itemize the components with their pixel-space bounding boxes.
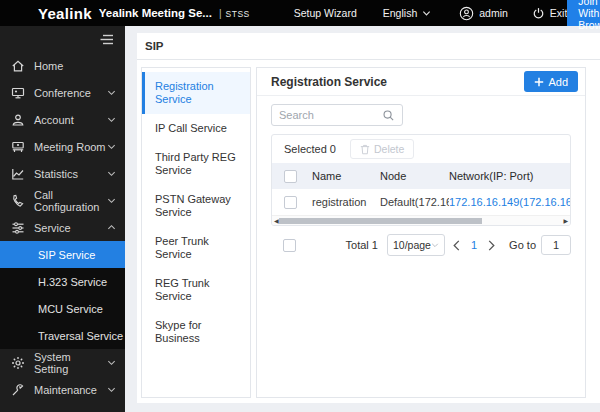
previous-page-button[interactable]: [452, 240, 461, 251]
sidebar-item-h323-service[interactable]: H.323 Service: [0, 268, 125, 295]
selected-count-label: Selected 0: [284, 143, 336, 155]
total-count-label: Total 1: [346, 239, 378, 251]
statistics-icon: [11, 167, 25, 181]
chevron-down-icon: [422, 9, 431, 18]
scroll-left-arrow-icon[interactable]: ◀: [274, 216, 279, 226]
chevron-down-icon: [431, 241, 439, 249]
sidebar-item-traversal-service[interactable]: Traversal Service: [0, 322, 125, 349]
sidebar-item-statistics[interactable]: Statistics: [0, 160, 125, 187]
search-input[interactable]: [279, 109, 382, 121]
chevron-down-icon: [107, 88, 116, 97]
pagination-bar: Total 1 10/page 1: [271, 234, 571, 256]
cell-name: registration: [312, 196, 380, 208]
user-menu[interactable]: admin: [459, 6, 508, 21]
table-header-row: Name Node Network(IP: Port): [272, 163, 570, 189]
chevron-down-icon: [107, 385, 116, 394]
registration-table: Selected 0 Delete Name Node Network(IP: …: [271, 134, 571, 226]
search-box: [271, 104, 403, 126]
subnav-item-pstn-gateway-service[interactable]: PSTN Gateway Service: [142, 185, 250, 227]
product-title: Yealink Meeting Se...: [99, 7, 212, 19]
search-icon[interactable]: [382, 109, 395, 122]
top-bar: Yealink Yealink Meeting Se... | STSS Set…: [0, 0, 600, 26]
panel-title: Registration Service: [271, 75, 524, 89]
sidebar-item-conference[interactable]: Conference: [0, 79, 125, 106]
column-header-name: Name: [312, 170, 380, 182]
sip-subnav: Registration Service IP Call Service Thi…: [141, 67, 251, 398]
user-avatar-icon: [459, 6, 474, 21]
account-icon: [11, 113, 25, 127]
current-page-number[interactable]: 1: [471, 239, 477, 251]
subnav-item-reg-trunk-service[interactable]: REG Trunk Service: [142, 269, 250, 311]
scrollbar-thumb[interactable]: [279, 218, 482, 224]
content-container: Registration Service IP Call Service Thi…: [137, 60, 600, 403]
pagination-select-all-checkbox[interactable]: [283, 239, 296, 252]
trash-icon: [360, 144, 370, 155]
table-row: registration Default(172.16 172.16.16.14…: [272, 189, 570, 215]
chevron-down-icon: [107, 169, 116, 178]
sidebar: Home Conference Account Meeting Room Sta…: [0, 26, 125, 412]
cell-node: Default(172.16: [380, 196, 449, 208]
sidebar-item-maintenance[interactable]: Maintenance: [0, 376, 125, 403]
subnav-item-ip-call-service[interactable]: IP Call Service: [142, 114, 250, 143]
subnav-item-third-party-reg-service[interactable]: Third Party REG Service: [142, 143, 250, 185]
cell-network-link[interactable]: 172.16.16.149(172.16.16.149:506: [449, 196, 570, 208]
sidebar-item-meeting-room[interactable]: Meeting Room: [0, 133, 125, 160]
sidebar-item-service[interactable]: Service: [0, 214, 125, 241]
meeting-room-icon: [11, 140, 25, 154]
column-header-network: Network(IP: Port): [449, 170, 570, 182]
chevron-down-icon: [107, 358, 116, 367]
add-button[interactable]: Add: [524, 71, 578, 92]
sidebar-item-call-configuration[interactable]: Call Configuration: [0, 187, 125, 214]
username-label: admin: [479, 7, 508, 19]
add-button-label: Add: [548, 76, 568, 88]
delete-button-label: Delete: [374, 143, 404, 155]
column-header-node: Node: [380, 170, 449, 182]
sidebar-item-account[interactable]: Account: [0, 106, 125, 133]
exit-button[interactable]: Exit: [532, 7, 568, 20]
service-icon: [11, 221, 25, 235]
environment-tag: | STSS: [219, 8, 250, 19]
home-icon: [11, 59, 25, 73]
delete-button[interactable]: Delete: [350, 139, 414, 159]
system-setting-icon: [11, 356, 25, 370]
service-submenu: SIP Service H.323 Service MCU Service Tr…: [0, 241, 125, 349]
goto-label: Go to: [509, 239, 536, 251]
power-icon: [532, 7, 545, 20]
page-size-value: 10/page: [393, 239, 431, 251]
main-content: SIP Registration Service IP Call Service…: [125, 26, 600, 412]
setup-wizard-link[interactable]: Setup Wizard: [294, 7, 357, 19]
subnav-item-peer-trunk-service[interactable]: Peer Trunk Service: [142, 227, 250, 269]
language-selector[interactable]: English: [383, 7, 431, 19]
registration-service-panel: Registration Service Add: [256, 67, 586, 398]
subnav-item-registration-service[interactable]: Registration Service: [142, 72, 250, 114]
goto-page-input[interactable]: [541, 235, 571, 255]
language-label: English: [383, 7, 417, 19]
chevron-down-icon: [107, 142, 116, 151]
subnav-item-skype-for-business[interactable]: Skype for Business: [142, 311, 250, 353]
sidebar-item-system-setting[interactable]: System Setting: [0, 349, 125, 376]
row-checkbox[interactable]: [284, 196, 297, 209]
scroll-right-arrow-icon[interactable]: ▶: [563, 216, 568, 226]
sidebar-item-mcu-service[interactable]: MCU Service: [0, 295, 125, 322]
sidebar-item-sip-service[interactable]: SIP Service: [0, 241, 125, 268]
next-page-button[interactable]: [487, 240, 496, 251]
maintenance-icon: [11, 383, 25, 397]
plus-icon: [534, 77, 544, 87]
collapse-menu-icon[interactable]: [100, 34, 114, 45]
page-size-select[interactable]: 10/page: [387, 234, 445, 256]
conference-icon: [11, 86, 25, 100]
yealink-logo: Yealink: [38, 5, 92, 22]
chevron-down-icon: [107, 196, 116, 205]
chevron-up-icon: [107, 223, 116, 232]
horizontal-scrollbar[interactable]: ◀ ▶: [272, 215, 570, 225]
select-all-checkbox[interactable]: [284, 170, 297, 183]
sidebar-item-home[interactable]: Home: [0, 52, 125, 79]
call-configuration-icon: [11, 194, 25, 208]
join-with-browser-button[interactable]: Join With Browser: [567, 0, 600, 26]
exit-label: Exit: [550, 7, 568, 19]
page-title: SIP: [137, 33, 600, 60]
chevron-down-icon: [107, 115, 116, 124]
